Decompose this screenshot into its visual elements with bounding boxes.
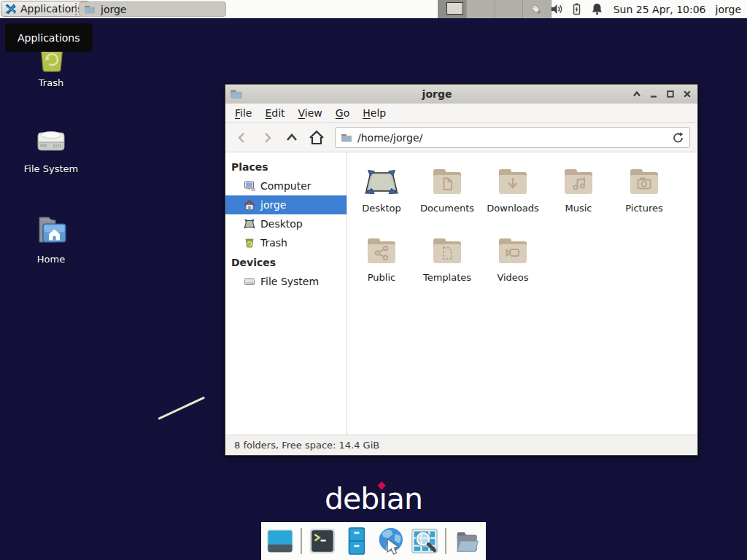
application-finder-icon[interactable] [409,525,440,557]
show-desktop-icon[interactable] [265,525,295,557]
desktop-icon-label: File System [16,163,86,174]
up-button[interactable] [281,127,303,149]
templates-folder-icon [430,233,465,268]
bottom-dock [261,522,486,560]
path-bar[interactable]: /home/jorge/ [335,127,690,148]
sidebar-item-file-system[interactable]: File System [225,272,347,291]
file-manager-icon[interactable] [341,525,372,557]
file-manager-window: jorge File Edit View Go Help [225,84,698,456]
folder-item-label: Desktop [362,203,401,214]
folder-item-videos[interactable]: Videos [481,230,544,300]
terminal-icon[interactable] [307,525,338,557]
applications-tooltip: Applications [5,23,93,52]
toolbar: /home/jorge/ [225,123,697,152]
desktop-icon-label: Home [16,254,86,265]
tasklist-handle[interactable] [75,3,77,15]
workspace-2[interactable] [467,0,495,18]
workspace-window-preview [446,2,463,15]
folder-item-pictures[interactable]: Pictures [613,161,676,230]
workspace-3[interactable] [495,0,524,18]
folder-item-label: Documents [420,203,474,214]
folder-view[interactable]: Desktop Documents Do [347,152,697,435]
maximize-button[interactable] [665,88,676,100]
home-icon [244,199,255,211]
trash-mini-icon [244,237,255,249]
status-text: 8 folders, Free space: 14.4 GiB [234,440,379,451]
folder-item-music[interactable]: Music [547,161,610,230]
menu-help[interactable]: Help [356,104,392,122]
minimize-button[interactable] [648,88,659,100]
reload-icon[interactable] [672,131,684,144]
sidebar: Places Computer jorge [225,152,347,435]
dock-separator [301,528,302,554]
window-folder-icon [230,88,243,101]
desktop-mini-icon [244,218,255,230]
window-title: jorge [243,88,631,100]
dock-separator [445,528,446,554]
drive-mini-icon [244,276,255,287]
titlebar[interactable]: jorge [225,85,697,104]
stray-line-artifact [158,397,205,420]
menubar: File Edit View Go Help [225,104,697,123]
forward-button[interactable] [256,127,278,149]
sidebar-devices-header: Devices [225,252,347,272]
clock[interactable]: Sun 25 Apr, 10:06 [614,4,706,15]
sidebar-item-desktop[interactable]: Desktop [225,214,347,233]
web-browser-icon[interactable] [375,525,406,557]
sidebar-places-header: Places [225,157,347,176]
taskbar-window-button[interactable]: jorge [79,1,226,17]
sidebar-item-label: jorge [260,199,286,211]
pictures-folder-icon [627,164,662,199]
downloads-folder-icon [495,164,530,199]
menu-view[interactable]: View [292,104,329,122]
documents-folder-icon [430,164,465,199]
debian-logo: debıan [325,481,422,516]
folder-item-downloads[interactable]: Downloads [481,161,544,230]
public-folder-icon [364,233,399,268]
username-label[interactable]: jorge [716,4,741,15]
videos-folder-icon [495,233,530,268]
panel-right-section: Sun 25 Apr, 10:06 jorge [529,0,741,18]
folder-item-desktop[interactable]: Desktop [350,161,413,230]
battery-icon[interactable] [570,2,584,16]
folder-item-label: Music [565,203,592,214]
sidebar-item-jorge[interactable]: jorge [225,195,347,214]
menu-edit[interactable]: Edit [258,104,291,122]
folder-item-label: Public [368,272,395,283]
close-button[interactable] [681,88,693,100]
menu-file[interactable]: File [228,104,258,122]
shade-button[interactable] [631,88,643,100]
folder-item-documents[interactable]: Documents [416,161,479,230]
music-folder-icon [561,164,596,199]
directory-menu-icon[interactable] [452,525,482,557]
volume-icon[interactable] [549,2,563,16]
system-tray [529,2,604,16]
home-button[interactable] [306,127,328,149]
menu-go[interactable]: Go [329,104,356,122]
mouse-icon[interactable] [529,2,543,16]
file-system-icon [32,122,70,160]
top-panel: Applications jorge [0,0,747,18]
desktop-icon [364,164,399,199]
sidebar-item-label: File System [260,276,319,287]
path-text[interactable]: /home/jorge/ [357,132,667,144]
folder-item-templates[interactable]: Templates [416,230,479,300]
folder-item-public[interactable]: Public [350,230,413,300]
folder-item-label: Templates [423,272,471,283]
taskbar-window-label: jorge [101,4,126,15]
sidebar-item-computer[interactable]: Computer [225,176,347,195]
folder-icon [341,132,352,144]
applications-menu-label: Applications [20,3,83,15]
notification-bell-icon[interactable] [590,2,604,16]
sidebar-item-label: Desktop [260,218,303,230]
workspace-1[interactable] [438,0,467,18]
folder-item-label: Pictures [625,203,662,214]
desktop-icon-file-system[interactable]: File System [16,122,86,174]
status-bar: 8 folders, Free space: 14.4 GiB [225,435,697,455]
folder-item-label: Downloads [487,203,538,214]
sidebar-item-trash[interactable]: Trash [225,233,347,252]
folder-icon [84,4,96,15]
tooltip-text: Applications [18,32,80,44]
back-button[interactable] [231,127,253,149]
desktop-icon-home[interactable]: Home [16,213,86,265]
